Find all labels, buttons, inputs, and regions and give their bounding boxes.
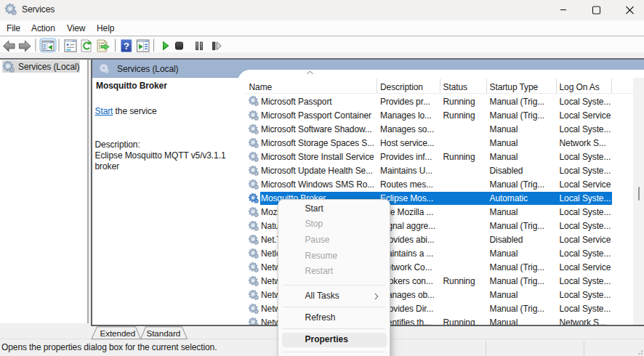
svg-text:?: ? [124, 41, 129, 52]
